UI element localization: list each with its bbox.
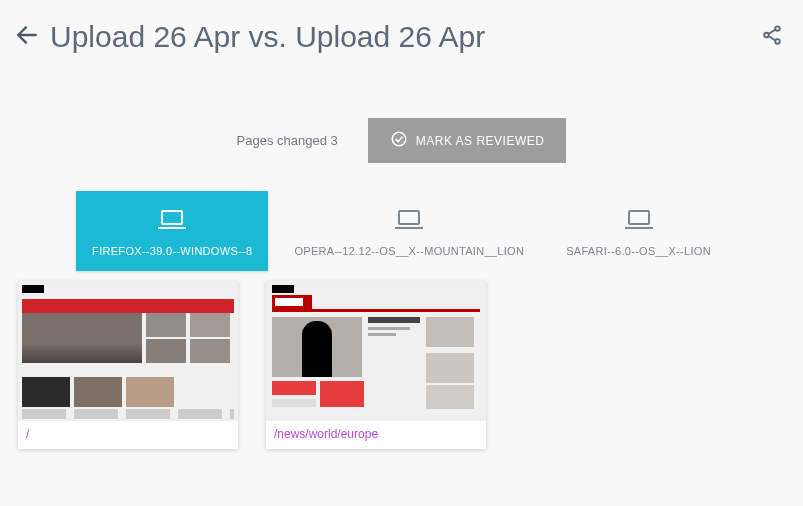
tab-opera-osx[interactable]: OPERA--12.12--OS__X--MOUNTAIN__LION — [278, 191, 540, 271]
page-path: / — [18, 421, 238, 449]
svg-rect-11 — [629, 211, 649, 224]
svg-rect-7 — [162, 211, 182, 224]
screenshot-card[interactable]: /news/world/europe — [266, 281, 486, 449]
screenshot-thumbnail — [266, 281, 486, 421]
pages-changed-count: Pages changed 3 — [237, 133, 338, 148]
share-icon[interactable] — [761, 24, 789, 50]
mark-as-reviewed-button[interactable]: MARK AS REVIEWED — [368, 118, 567, 163]
laptop-icon — [92, 209, 252, 235]
tab-label: OPERA--12.12--OS__X--MOUNTAIN__LION — [294, 245, 524, 257]
svg-line-5 — [769, 36, 776, 40]
mark-as-reviewed-label: MARK AS REVIEWED — [416, 134, 545, 148]
svg-line-4 — [769, 30, 776, 34]
tab-safari-osx[interactable]: SAFARI--6.0--OS__X--LION — [550, 191, 727, 271]
svg-rect-9 — [399, 211, 419, 224]
tab-firefox-windows[interactable]: FIREFOX--39.0--WINDOWS--8 — [76, 191, 268, 271]
laptop-icon — [294, 209, 524, 235]
checkmark-circle-icon — [390, 130, 408, 151]
screenshot-card[interactable]: / — [18, 281, 238, 449]
screenshot-thumbnail — [18, 281, 238, 421]
back-arrow-icon[interactable] — [14, 22, 40, 52]
svg-point-6 — [392, 132, 406, 146]
laptop-icon — [566, 209, 711, 235]
page-title: Upload 26 Apr vs. Upload 26 Apr — [50, 20, 751, 54]
tab-label: SAFARI--6.0--OS__X--LION — [566, 245, 711, 257]
page-path: /news/world/europe — [266, 421, 486, 449]
tab-label: FIREFOX--39.0--WINDOWS--8 — [92, 245, 252, 257]
